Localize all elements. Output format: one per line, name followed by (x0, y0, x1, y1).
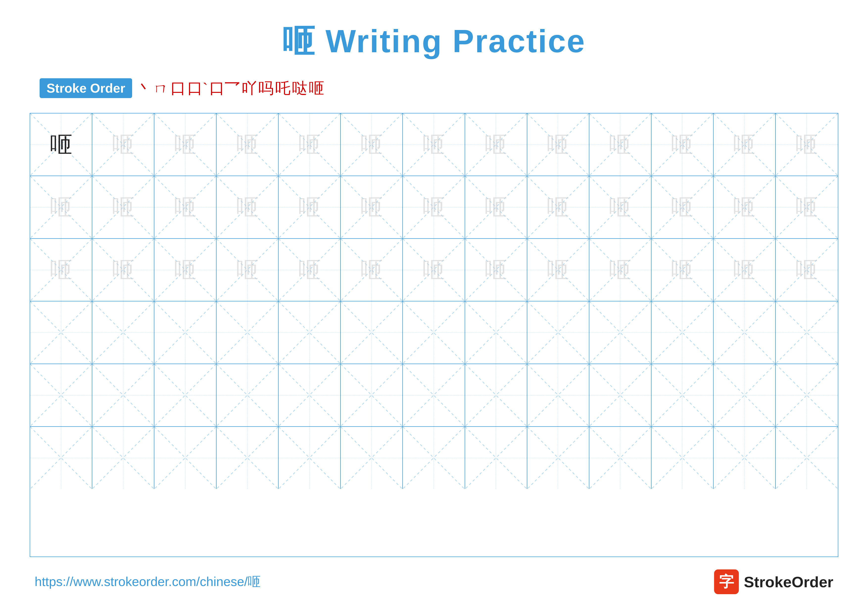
grid-cell[interactable]: 咂 (92, 239, 154, 301)
grid-cell[interactable] (651, 302, 714, 364)
grid-cell[interactable]: 咂 (341, 113, 403, 176)
grid-cell[interactable] (403, 427, 465, 489)
grid-cell[interactable] (776, 364, 838, 426)
grid-cell[interactable]: 咂 (589, 113, 651, 176)
grid-cell[interactable]: 咂 (341, 176, 403, 238)
grid-cell[interactable]: 咂 (465, 113, 527, 176)
grid-cell[interactable]: 咂 (403, 239, 465, 301)
grid-cell[interactable]: 咂 (651, 239, 714, 301)
grid-cell[interactable] (279, 427, 341, 489)
grid-row[interactable]: 咂 咂 咂 咂 咂 咂 咂 咂 咂 咂 (30, 239, 838, 302)
stroke-order-badge: Stroke Order (40, 78, 132, 98)
grid-cell[interactable] (30, 427, 92, 489)
grid-cell[interactable]: 咂 (154, 239, 217, 301)
grid-cell[interactable]: 咂 (589, 239, 651, 301)
grid-cell[interactable]: 咂 (651, 176, 714, 238)
grid-cell[interactable]: 咂 (527, 176, 589, 238)
grid-cell[interactable]: 咂 (403, 113, 465, 176)
grid-cell[interactable] (217, 302, 279, 364)
grid-cell[interactable] (279, 364, 341, 426)
grid-cell[interactable] (403, 302, 465, 364)
grid-cell[interactable] (589, 427, 651, 489)
grid-cell[interactable]: 咂 (30, 239, 92, 301)
grid-cell[interactable]: 咂 (714, 239, 776, 301)
grid-cell[interactable]: 咂 (279, 239, 341, 301)
grid-row[interactable] (30, 364, 838, 427)
grid-cell[interactable] (776, 427, 838, 489)
grid-cell[interactable]: 咂 (527, 113, 589, 176)
grid-cell[interactable] (589, 302, 651, 364)
grid-cell[interactable] (465, 364, 527, 426)
grid-cell[interactable]: 咂 (776, 176, 838, 238)
grid-cell[interactable] (341, 427, 403, 489)
grid-cell[interactable]: 咂 (465, 239, 527, 301)
grid-cell[interactable] (217, 427, 279, 489)
grid-cell[interactable] (154, 364, 217, 426)
svg-line-95 (527, 302, 589, 364)
grid-cell[interactable] (714, 364, 776, 426)
grid-cell[interactable]: 咂 (154, 176, 217, 238)
grid-cell[interactable] (589, 364, 651, 426)
cell-character: 咂 (174, 259, 197, 281)
grid-row[interactable] (30, 427, 838, 489)
grid-cell[interactable]: 咂 (465, 176, 527, 238)
grid-cell[interactable]: 咂 (776, 239, 838, 301)
grid-cell[interactable] (651, 427, 714, 489)
cell-character: 咂 (671, 134, 693, 156)
grid-cell[interactable] (92, 302, 154, 364)
svg-line-87 (279, 302, 340, 364)
grid-cell[interactable] (527, 302, 589, 364)
grid-cell[interactable] (465, 427, 527, 489)
grid-cell[interactable] (714, 302, 776, 364)
grid-cell[interactable] (465, 302, 527, 364)
grid-cell[interactable]: 咂 (30, 176, 92, 238)
grid-cell[interactable]: 咂 (651, 113, 714, 176)
grid-cell[interactable]: 咂 (217, 239, 279, 301)
svg-line-97 (589, 302, 651, 364)
grid-cell[interactable]: 咂 (30, 113, 92, 176)
grid-cell[interactable] (154, 427, 217, 489)
svg-line-107 (92, 364, 154, 426)
cell-character: 咂 (609, 196, 631, 218)
grid-cell[interactable] (714, 427, 776, 489)
grid-cell[interactable] (341, 302, 403, 364)
grid-cell[interactable]: 咂 (154, 113, 217, 176)
grid-cell[interactable] (217, 364, 279, 426)
grid-cell[interactable] (279, 302, 341, 364)
grid-cell[interactable] (527, 364, 589, 426)
grid-cell[interactable]: 咂 (279, 176, 341, 238)
grid-cell[interactable] (403, 364, 465, 426)
grid-cell[interactable]: 咂 (279, 113, 341, 176)
svg-line-102 (776, 302, 838, 364)
grid-cell[interactable]: 咂 (217, 113, 279, 176)
grid-cell[interactable] (92, 364, 154, 426)
cell-character: 咂 (236, 134, 259, 156)
svg-line-135 (154, 427, 216, 489)
svg-line-108 (154, 364, 216, 426)
grid-row[interactable]: 咂 咂 咂 咂 咂 咂 咂 咂 咂 咂 (30, 176, 838, 239)
grid-cell[interactable] (92, 427, 154, 489)
grid-row[interactable] (30, 302, 838, 364)
cell-character: 咂 (609, 134, 631, 156)
grid-cell[interactable]: 咂 (92, 113, 154, 176)
grid-cell[interactable]: 咂 (589, 176, 651, 238)
grid-cell[interactable] (776, 302, 838, 364)
grid-cell[interactable]: 咂 (714, 113, 776, 176)
grid-cell[interactable]: 咂 (341, 239, 403, 301)
grid-cell[interactable]: 咂 (217, 176, 279, 238)
grid-cell[interactable] (651, 364, 714, 426)
grid-cell[interactable]: 咂 (527, 239, 589, 301)
grid-cell[interactable]: 咂 (714, 176, 776, 238)
grid-cell[interactable] (341, 364, 403, 426)
footer-url[interactable]: https://www.strokeorder.com/chinese/咂 (35, 573, 260, 591)
grid-cell[interactable] (154, 302, 217, 364)
grid-cell[interactable] (30, 302, 92, 364)
svg-line-111 (217, 364, 278, 426)
grid-cell[interactable]: 咂 (92, 176, 154, 238)
grid-row[interactable]: 咂 咂 咂 咂 咂 咂 咂 咂 咂 咂 (30, 113, 838, 176)
svg-line-136 (217, 427, 278, 489)
grid-cell[interactable]: 咂 (403, 176, 465, 238)
grid-cell[interactable] (30, 364, 92, 426)
grid-cell[interactable] (527, 427, 589, 489)
grid-cell[interactable]: 咂 (776, 113, 838, 176)
